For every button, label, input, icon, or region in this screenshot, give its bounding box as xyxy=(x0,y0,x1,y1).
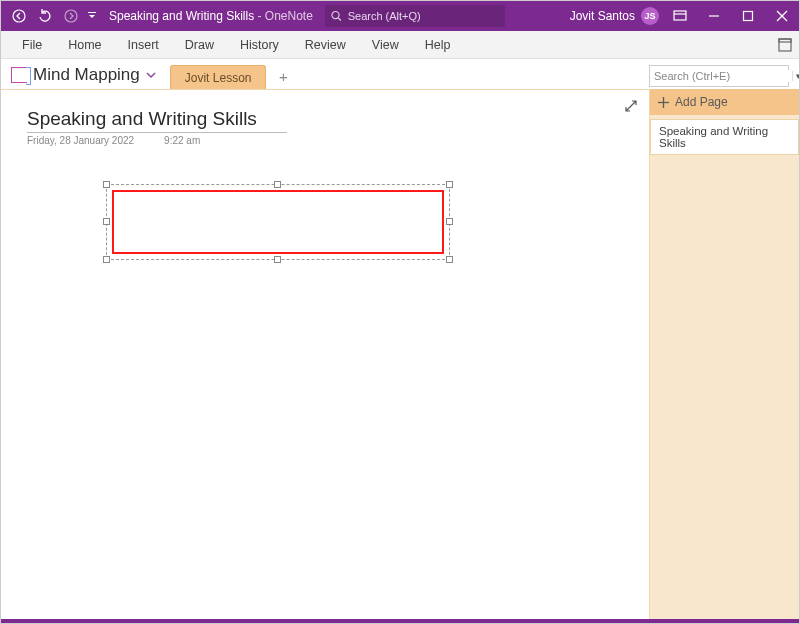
page-canvas[interactable]: Speaking and Writing Skills Friday, 28 J… xyxy=(1,89,649,621)
document-title: Speaking and Writing Skills xyxy=(109,9,254,23)
svg-rect-2 xyxy=(88,12,96,13)
ribbon-tab-review[interactable]: Review xyxy=(292,31,359,58)
rectangle-shape[interactable] xyxy=(112,190,444,254)
page-title-area[interactable]: Speaking and Writing Skills Friday, 28 J… xyxy=(27,108,287,146)
svg-point-0 xyxy=(13,10,25,22)
ribbon-tab-help[interactable]: Help xyxy=(412,31,464,58)
resize-handle-e[interactable] xyxy=(446,218,453,225)
resize-handle-ne[interactable] xyxy=(446,181,453,188)
svg-rect-5 xyxy=(674,11,686,20)
page-time: 9:22 am xyxy=(164,135,200,146)
notebook-dropdown[interactable]: Mind Mapping xyxy=(11,65,156,89)
search-scope-dropdown[interactable]: ▾ xyxy=(792,71,800,81)
ribbon-tab-insert[interactable]: Insert xyxy=(115,31,172,58)
minimize-button[interactable] xyxy=(697,1,731,31)
resize-handle-n[interactable] xyxy=(274,181,281,188)
full-page-view-button[interactable] xyxy=(771,31,799,58)
ribbon-tab-history[interactable]: History xyxy=(227,31,292,58)
svg-line-4 xyxy=(338,18,341,21)
search-input[interactable] xyxy=(348,10,499,22)
title-bar: Speaking and Writing Skills - OneNote Jo… xyxy=(1,1,799,31)
ribbon-display-button[interactable] xyxy=(663,1,697,31)
add-page-label: Add Page xyxy=(675,95,728,109)
resize-handle-se[interactable] xyxy=(446,256,453,263)
page-search-box[interactable]: ▾ xyxy=(649,65,789,87)
notebook-name: Mind Mapping xyxy=(33,65,140,85)
page-search-input[interactable] xyxy=(654,70,792,82)
avatar: JS xyxy=(641,7,659,25)
svg-rect-8 xyxy=(744,12,753,21)
window-controls xyxy=(697,1,799,31)
ribbon-tabs: File Home Insert Draw History Review Vie… xyxy=(1,31,799,59)
svg-point-3 xyxy=(332,12,339,19)
resize-handle-s[interactable] xyxy=(274,256,281,263)
main-area: Speaking and Writing Skills Friday, 28 J… xyxy=(1,89,799,621)
forward-button[interactable] xyxy=(59,4,83,28)
back-button[interactable] xyxy=(7,4,31,28)
app-name: - OneNote xyxy=(254,9,313,23)
search-icon xyxy=(331,10,342,22)
user-name-label: Jovit Santos xyxy=(570,9,635,23)
qat-customize-dropdown[interactable] xyxy=(85,4,99,28)
undo-button[interactable] xyxy=(33,4,57,28)
page-list-item[interactable]: Speaking and Writing Skills xyxy=(650,119,799,155)
window-title: Speaking and Writing Skills - OneNote xyxy=(109,9,313,23)
close-button[interactable] xyxy=(765,1,799,31)
resize-handle-nw[interactable] xyxy=(103,181,110,188)
bottom-accent-bar xyxy=(1,619,799,623)
svg-rect-11 xyxy=(779,39,791,51)
quick-access-toolbar xyxy=(1,4,99,28)
page-date: Friday, 28 January 2022 xyxy=(27,135,134,146)
notebook-icon xyxy=(11,67,27,83)
section-tab-active[interactable]: Jovit Lesson xyxy=(170,65,267,90)
chevron-down-icon xyxy=(146,71,156,79)
add-section-button[interactable]: + xyxy=(272,65,294,87)
maximize-button[interactable] xyxy=(731,1,765,31)
page-panel: Add Page Speaking and Writing Skills xyxy=(649,89,799,621)
section-bar: Mind Mapping Jovit Lesson + ▾ xyxy=(1,59,799,89)
svg-point-1 xyxy=(65,10,77,22)
user-account[interactable]: Jovit Santos JS xyxy=(570,7,659,25)
expand-icon[interactable] xyxy=(623,98,639,114)
resize-handle-sw[interactable] xyxy=(103,256,110,263)
ribbon-tab-home[interactable]: Home xyxy=(55,31,114,58)
resize-handle-w[interactable] xyxy=(103,218,110,225)
ribbon-tab-view[interactable]: View xyxy=(359,31,412,58)
ribbon-tab-draw[interactable]: Draw xyxy=(172,31,227,58)
page-title[interactable]: Speaking and Writing Skills xyxy=(27,108,287,133)
search-box[interactable] xyxy=(325,5,505,27)
svg-rect-12 xyxy=(779,39,791,42)
add-page-button[interactable]: Add Page xyxy=(650,89,799,115)
ribbon-tab-file[interactable]: File xyxy=(9,31,55,58)
selected-object-frame[interactable] xyxy=(106,184,450,260)
plus-icon xyxy=(658,97,669,108)
